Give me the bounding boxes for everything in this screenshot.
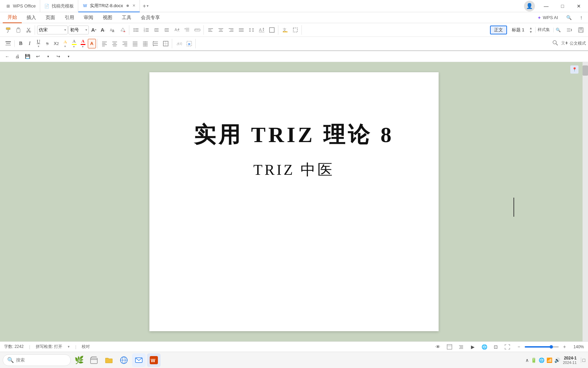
tab-view[interactable]: 视图 [98,13,117,23]
tab-document[interactable]: W 实用TRIZ-8.docx ⊕ ✕ [78,0,140,12]
ruler-btn[interactable] [193,25,202,35]
outdent-btn[interactable] [152,25,161,35]
outline-view-btn[interactable] [457,343,466,351]
qa-redo-dropdown[interactable]: ▾ [64,52,73,61]
system-clock[interactable]: 2024-1 2024-11 [563,356,576,365]
italic-btn[interactable]: I [26,39,34,48]
taskbar-search-input[interactable] [16,357,64,363]
taskbar-search[interactable]: 🔍 [3,354,71,366]
page-view-btn[interactable] [445,343,454,351]
text-direction-btn2[interactable]: 文 [561,40,568,47]
heading-style-box[interactable]: 标题 1 [508,26,528,34]
tab-dropdown-icon[interactable]: ▾ [147,4,149,8]
scrollbar-thumb[interactable] [583,65,588,76]
font-size-select[interactable]: 初号 ▾ [68,26,89,34]
number-list-btn[interactable]: 1.2.3. [142,25,151,35]
para-align-center-btn[interactable] [110,39,119,48]
spell-check[interactable]: 拼写检查: 打开 [36,344,63,350]
document-page[interactable]: 实用 TRIZ 理论 8 TRIZ 中医 [149,72,439,331]
tab-reference[interactable]: 引用 [60,13,79,23]
para-align-right-btn[interactable] [120,39,130,48]
text-effect-btn[interactable]: A ▾ [61,39,69,48]
style-side-btn[interactable] [3,40,13,47]
zoom-slider[interactable] [525,346,559,348]
qa-redo-btn[interactable]: ↪ [54,52,63,61]
cut-btn[interactable] [24,25,33,35]
font-color-btn[interactable]: A ▾ [79,39,87,48]
qa-save-local-btn[interactable]: 💾 [23,52,32,61]
sys-show-desktop[interactable]: □ [581,357,585,363]
strikethrough-btn[interactable]: S [43,39,51,48]
para-border-btn[interactable] [161,39,170,48]
font-decrease-btn[interactable]: A- [99,25,107,35]
align-justify-btn[interactable] [236,25,246,35]
side-location-btn[interactable]: 📍 [570,65,578,74]
text-direction-btn[interactable]: A文 [172,25,182,35]
style-expand-btn[interactable]: ▲ ▼ [529,26,533,34]
tab-review[interactable]: 审阅 [79,13,98,23]
paste-btn[interactable] [14,25,23,35]
taskbar-icon-folder[interactable] [102,353,116,367]
watermark-btn[interactable]: 水印 [174,39,184,48]
tab-template[interactable]: 📄 找稿壳模板 [40,0,78,12]
font-name-select[interactable]: 仿宋 ▾ [37,26,68,34]
tab-close-btn[interactable]: ✕ [132,3,135,8]
line-spacing-btn[interactable] [182,25,192,35]
border-btn[interactable] [267,25,277,35]
wps-ai-btn[interactable]: ✦ WPS AI [535,14,561,22]
font-change-btn[interactable]: Aa [108,25,117,35]
select-all-btn[interactable] [184,39,194,48]
fullscreen-btn[interactable] [503,343,512,351]
save-btn[interactable] [576,27,586,33]
align-right-btn[interactable] [226,25,236,35]
sys-expand-icon[interactable]: ∧ [525,357,529,363]
upload-btn[interactable]: ↑ [577,13,585,22]
columns-btn[interactable] [247,25,256,35]
find-replace-btn[interactable]: 🔍 [553,28,563,32]
tab-wps-office[interactable]: ⊞ WPS Office [1,0,40,12]
style-set-btn[interactable]: 样式集 [535,27,552,33]
scrollbar[interactable] [583,62,588,341]
minimize-btn[interactable]: — [538,0,554,12]
tab-tools[interactable]: 工具 [117,13,136,23]
highlight-btn[interactable]: 文 [280,25,290,35]
new-tab-btn[interactable]: + ▾ [140,3,151,9]
taskbar-icon-browser[interactable] [117,353,131,367]
taskbar-icon-wps[interactable]: W [147,353,161,367]
tab-pin[interactable]: ⊕ [126,4,129,7]
focus-btn[interactable]: ⊡ [491,343,500,351]
font-increase-btn[interactable]: A+ [89,25,98,35]
user-avatar[interactable]: 👤 [524,1,535,12]
qa-undo-btn[interactable]: ↩ [33,52,42,61]
zoom-plus-btn[interactable]: ＋ [560,343,569,351]
qa-back-btn[interactable]: ← [3,52,12,61]
align-left-btn[interactable] [206,25,215,35]
review-label[interactable]: 校对 [82,344,90,350]
text-arrange-btn[interactable] [564,27,574,33]
taskbar-icon-files[interactable] [87,353,101,367]
char-spacing-btn[interactable]: A [257,25,266,35]
bullet-list-btn[interactable] [131,25,141,35]
qa-print-btn[interactable]: 🖨 [13,52,22,61]
read-mode-btn[interactable]: 👁 [434,343,442,351]
zoom-slider-thumb[interactable] [550,345,553,349]
superscript-btn[interactable]: X2 [52,39,61,48]
qa-undo-dropdown[interactable]: ▾ [44,52,52,61]
tab-page[interactable]: 页面 [41,13,60,23]
bold-btn[interactable]: B [17,39,25,48]
para-spacing-btn[interactable] [151,39,160,48]
highlight-color-btn[interactable]: A ▾ [70,39,78,48]
find-replace-btn2[interactable] [552,40,559,47]
language-btn[interactable]: 🌐 [480,343,489,351]
tab-home[interactable]: 开始 [3,12,22,23]
underline-btn[interactable]: U ▾ [34,39,43,48]
play-btn[interactable]: ▶ [468,343,477,351]
wps-char-btn[interactable]: A [88,39,96,48]
tab-membership[interactable]: 会员专享 [136,13,165,23]
clear-format-btn[interactable] [118,25,128,35]
zoom-level[interactable]: 140% [570,344,584,349]
para-align-justify-btn[interactable] [130,39,140,48]
maximize-btn[interactable]: □ [555,0,570,12]
indent-btn[interactable] [162,25,172,35]
search-btn[interactable]: 🔍 [564,14,574,21]
